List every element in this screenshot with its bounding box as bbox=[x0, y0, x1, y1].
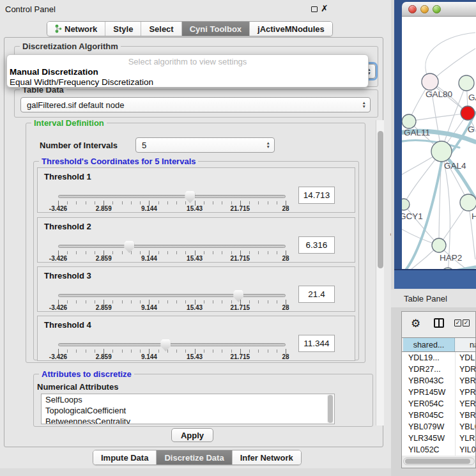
checkbox-icon[interactable]: ✓ bbox=[454, 319, 461, 326]
network-window-titlebar[interactable] bbox=[402, 2, 476, 17]
gear-icon[interactable]: ⚙ bbox=[411, 317, 420, 330]
tick-label: -3.426 bbox=[49, 255, 67, 262]
network-node[interactable] bbox=[459, 75, 474, 91]
table-row[interactable]: YBR045CYBR0 bbox=[402, 410, 475, 421]
tick-label: 28 bbox=[282, 353, 289, 360]
table-panel-titlebar: Table Panel bbox=[391, 289, 476, 307]
split-columns-icon[interactable] bbox=[434, 318, 444, 328]
float-window-icon[interactable] bbox=[311, 6, 318, 12]
tab-label: Infer Network bbox=[240, 453, 293, 463]
network-node[interactable] bbox=[422, 73, 438, 90]
cell-name: YPR1 bbox=[459, 387, 476, 398]
tick-label: -3.426 bbox=[49, 205, 67, 212]
tick-label: 2.859 bbox=[96, 304, 112, 311]
network-window-frame-bottom bbox=[394, 269, 476, 289]
tick-label: 15.43 bbox=[187, 205, 203, 212]
apply-button[interactable]: Apply bbox=[171, 428, 213, 442]
tick-label: 28 bbox=[282, 205, 289, 212]
group-title: Threshold's Coordinates for 5 Intervals bbox=[39, 157, 198, 166]
network-icon bbox=[55, 24, 62, 33]
cell-shared-name: YPR145W bbox=[408, 387, 445, 398]
attribute-item[interactable]: SelfLoops bbox=[42, 394, 334, 405]
mac-close-button[interactable] bbox=[408, 5, 417, 13]
threshold-slider-track[interactable] bbox=[58, 343, 286, 346]
threshold-panel-4: Threshold 4-3.4262.8599.14415.4321.71528… bbox=[37, 316, 355, 361]
cell-name: YIL0 bbox=[459, 444, 476, 456]
cell-name: YBL0 bbox=[459, 421, 476, 433]
network-node[interactable] bbox=[402, 114, 416, 128]
list-scrollbar[interactable] bbox=[327, 395, 334, 423]
tab-impute-data[interactable]: Impute Data bbox=[93, 450, 157, 464]
threshold-value-field[interactable]: 14.713 bbox=[298, 187, 335, 204]
tab-jactivemnodules[interactable]: jActiveMNodules bbox=[250, 22, 332, 36]
tab-discretize-data[interactable]: Discretize Data bbox=[157, 450, 232, 464]
table-row[interactable]: YIL052CYIL0 bbox=[402, 444, 475, 456]
table-data-combobox[interactable]: galFiltered.sif default node ▲▼ bbox=[20, 97, 371, 112]
table-row[interactable]: YER054CYER0 bbox=[402, 398, 475, 410]
tick-label: -3.426 bbox=[49, 304, 67, 311]
scrollbar-thumb[interactable] bbox=[328, 395, 333, 423]
column-divider bbox=[455, 352, 456, 456]
menu-item-manual-discretization[interactable]: Manual Discretization bbox=[10, 67, 98, 77]
tick-label: 15.43 bbox=[187, 353, 203, 360]
tab-select[interactable]: Select bbox=[141, 22, 181, 36]
threshold-slider-track[interactable] bbox=[58, 195, 286, 198]
table-row[interactable]: YBR043CYBR0 bbox=[402, 375, 475, 387]
attribute-item[interactable]: BetweennessCentrality bbox=[42, 416, 334, 424]
scrollbar-thumb[interactable] bbox=[405, 459, 470, 464]
menu-item-equal-width-frequency[interactable]: Equal Width/Frequency Discretization bbox=[10, 77, 153, 87]
table-data-value: galFiltered.sif default node bbox=[27, 100, 124, 110]
tab-style[interactable]: Style bbox=[105, 22, 141, 36]
combo-arrows-icon: ▲▼ bbox=[362, 98, 366, 112]
cell-name: YDL1 bbox=[459, 352, 476, 364]
table-row[interactable]: YDL19...YDL1 bbox=[402, 352, 475, 364]
network-node[interactable] bbox=[431, 141, 452, 162]
tab-infer-network[interactable]: Infer Network bbox=[233, 450, 301, 464]
cell-name: YBR0 bbox=[459, 410, 476, 421]
attribute-item[interactable]: TopologicalCoefficient bbox=[42, 405, 334, 416]
threshold-slider-track[interactable] bbox=[58, 294, 286, 297]
scrollbar-thumb[interactable] bbox=[378, 131, 383, 268]
mac-zoom-button[interactable] bbox=[433, 5, 441, 13]
tab-cyni-toolbox[interactable]: Cyni Toolbox bbox=[182, 22, 250, 36]
numerical-attributes-list[interactable]: SelfLoopsTopologicalCoefficientBetweenne… bbox=[41, 394, 335, 424]
table-horizontal-scrollbar[interactable] bbox=[403, 457, 475, 465]
checkbox-icon[interactable]: ✓ bbox=[463, 319, 470, 326]
number-of-intervals-combobox[interactable]: 5 ▲▼ bbox=[135, 137, 275, 153]
network-canvas[interactable]: GAL80GAGAL11GGAL4GCY1HHAP2 bbox=[402, 17, 476, 269]
threshold-value-field[interactable]: 11.344 bbox=[298, 335, 335, 352]
node-label: GAL80 bbox=[426, 89, 452, 99]
column-header-name[interactable]: na bbox=[456, 338, 475, 351]
table-row[interactable]: YLR345WYLR3 bbox=[402, 433, 475, 444]
close-icon[interactable]: ✗ bbox=[321, 3, 328, 13]
column-header-shared-name[interactable]: shared... bbox=[403, 338, 455, 351]
network-node[interactable] bbox=[461, 106, 475, 120]
tick-label: 21.715 bbox=[231, 353, 250, 360]
network-node[interactable] bbox=[432, 238, 446, 252]
threshold-value-field[interactable]: 21.4 bbox=[298, 286, 335, 303]
mac-minimize-button[interactable] bbox=[420, 5, 429, 13]
node-label: H bbox=[472, 211, 476, 221]
panel-vertical-scrollbar[interactable] bbox=[376, 120, 384, 426]
table-header-row: shared... na bbox=[402, 337, 475, 352]
node-label: GA bbox=[468, 93, 476, 102]
tab-label: Cyni Toolbox bbox=[190, 24, 242, 34]
tick-label: 15.43 bbox=[187, 304, 203, 311]
network-node[interactable] bbox=[402, 199, 410, 210]
threshold-panel-2: Threshold 2-3.4262.8599.14415.4321.71528… bbox=[37, 217, 355, 263]
table-panel-title: Table Panel bbox=[404, 294, 447, 303]
network-node[interactable] bbox=[460, 194, 476, 211]
table-row[interactable]: YPR145WYPR1 bbox=[402, 387, 475, 398]
table-row[interactable]: YDR27...YDR2 bbox=[402, 364, 475, 375]
threshold-value-field[interactable]: 6.316 bbox=[298, 236, 335, 254]
cell-name: YDR2 bbox=[459, 364, 476, 375]
tab-label: Select bbox=[149, 24, 173, 34]
cell-shared-name: YBL079W bbox=[408, 421, 444, 433]
threshold-slider-track[interactable] bbox=[58, 245, 286, 248]
tab-network[interactable]: Network bbox=[47, 22, 105, 36]
table-row[interactable]: YBL079WYBL0 bbox=[402, 421, 475, 433]
tick-label: 9.144 bbox=[141, 353, 157, 360]
node-label: GAL11 bbox=[404, 128, 430, 137]
tick-label: 21.715 bbox=[231, 304, 250, 311]
tick-label: 2.859 bbox=[96, 255, 112, 262]
